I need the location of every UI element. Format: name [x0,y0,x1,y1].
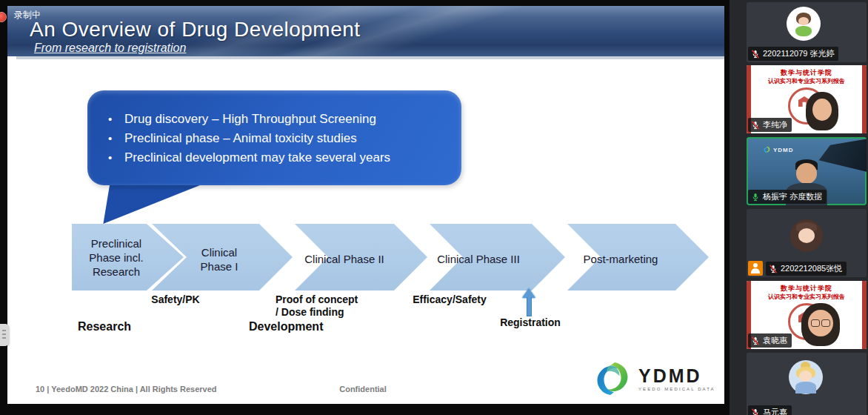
participant-name: 袁晓惠 [763,335,787,346]
participant-tile[interactable]: 马元嘉 [747,353,867,415]
avatar [790,219,823,252]
participant-video-person [797,303,844,349]
participant-name-tag: 2202212085张悦 [766,262,847,276]
slide-subtitle: From research to registration [34,42,186,55]
note-safety-pk: Safety/PK [131,293,220,306]
stage-label-phase1: Clinical Phase I [190,245,249,273]
stage-label-postmarketing: Post-marketing [569,252,672,266]
participant-video-person [800,92,841,133]
participant-name-tag: 李纯净 [748,118,792,132]
mic-muted-icon [751,408,760,415]
avatar [787,7,821,41]
slide-footer-confidential: Confidential [318,385,407,394]
participant-name-tag: 袁晓惠 [748,333,792,348]
logo-text: YDMD [638,366,715,385]
participant-tile[interactable]: 数学与统计学院 认识实习和专业实习系列报告 袁晓惠 [747,281,867,349]
meeting-window: 录制中 An Overview of Drug Development From… [0,0,868,415]
group-label-development: Development [249,320,323,333]
note-registration: Registration [486,316,575,329]
mic-muted-icon [769,265,778,273]
ydmd-mini-logo: YDMD [763,146,794,153]
callout-bullet: Preclinical development may take several… [108,148,461,167]
ydmd-swirl-icon [591,360,634,397]
slide-title: An Overview of Drug Development [30,18,361,42]
remote-slide-line2: 认识实习和专业实习系列报告 [747,77,867,85]
stage-label-phase2: Clinical Phase II [293,252,396,266]
callout-tail [93,181,211,224]
participant-tile-active-speaker[interactable]: YDMD 杨振宇 亦度数据 [747,137,867,205]
participant-tile[interactable]: 数学与统计学院 认识实习和专业实习系列报告 李纯净 [747,65,867,133]
mic-muted-icon [751,50,760,59]
note-efficacy-safety: Efficacy/Safety [405,293,494,306]
person-badge-icon [748,261,763,276]
recording-status-label: 录制中 [14,9,41,21]
avatar [789,360,823,394]
callout-bullet: Preclinical phase – Animal toxicity stud… [108,129,461,148]
note-proof-of-concept: Proof of concept / Dose finding [276,293,394,319]
mic-muted-icon [751,121,760,130]
participant-name: 李纯净 [763,119,787,130]
recording-indicator-icon [0,12,7,22]
registration-arrow-icon [521,288,536,318]
remote-slide-line2: 认识实习和专业实习系列报告 [747,293,867,301]
group-label-research: Research [78,320,131,333]
participants-sidebar: 2202112079 张光婷 数学与统计学院 认识实习和专业实习系列报告 [730,0,868,415]
participant-tile[interactable]: 2202212085张悦 [747,209,867,277]
ydmd-swirl-icon [763,146,771,153]
participant-name: 2202112079 张光婷 [763,48,834,59]
participant-name: 2202212085张悦 [781,263,842,274]
participant-name-tag: 2202112079 张光婷 [748,47,838,61]
presentation-slide: 录制中 An Overview of Drug Development From… [7,6,724,404]
participant-name: 杨振宇 亦度数据 [763,191,822,202]
mini-logo-text: YDMD [773,147,794,153]
callout-bullet-list: Drug discovery – High Throughput Screeni… [87,90,461,167]
participant-name: 马元嘉 [763,407,787,415]
callout-bullet: Drug discovery – High Throughput Screeni… [108,110,461,129]
ydmd-logo: YDMD YEEDO MEDICAL DATA [591,360,715,397]
callout-bubble: Drug discovery – High Throughput Screeni… [87,90,461,185]
shared-screen-area: 录制中 An Overview of Drug Development From… [0,0,730,415]
stage-label-preclinical: Preclinical Phase incl. Research [75,236,158,279]
slide-footer-copyright: 10 | YeedoMD 2022 China | All Rights Res… [36,385,217,394]
stage-label-phase3: Clinical Phase III [427,252,530,266]
participant-name-tag: 杨振宇 亦度数据 [748,190,827,204]
logo-subtext: YEEDO MEDICAL DATA [638,387,715,391]
mic-on-icon [751,193,760,202]
mic-muted-icon [751,336,760,345]
side-panel-handle[interactable] [0,324,9,346]
participant-tile[interactable]: 2202112079 张光婷 [747,2,867,62]
participant-name-tag: 马元嘉 [748,405,792,415]
